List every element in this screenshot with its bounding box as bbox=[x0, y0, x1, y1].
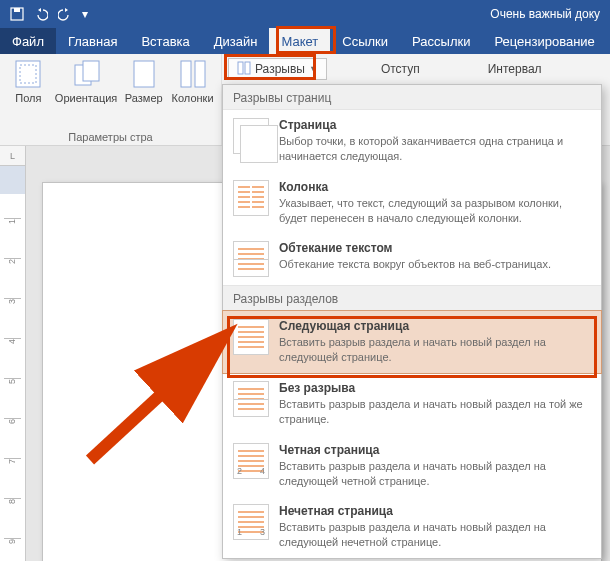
section-break-odd-page[interactable]: 13 Нечетная страница Вставить разрыв раз… bbox=[223, 496, 601, 558]
break-column[interactable]: Колонка Указывает, что текст, следующий … bbox=[223, 172, 601, 234]
tab-file[interactable]: Файл bbox=[0, 28, 56, 54]
title-bar: ▾ Очень важный докy bbox=[0, 0, 610, 28]
breaks-button[interactable]: Разрывы ▼ bbox=[228, 58, 327, 80]
page-break-icon bbox=[233, 118, 269, 154]
margins-icon bbox=[12, 58, 44, 90]
ruler-corner: L bbox=[0, 146, 26, 166]
odd-page-break-icon: 13 bbox=[233, 504, 269, 540]
breaks-dropdown: Разрывы страниц Страница Выбор точки, в … bbox=[222, 84, 602, 559]
section-break-even-page[interactable]: 24 Четная страница Вставить разрыв разде… bbox=[223, 435, 601, 497]
continuous-break-icon bbox=[233, 381, 269, 417]
next-page-break-icon bbox=[233, 319, 269, 355]
section-break-continuous[interactable]: Без разрыва Вставить разрыв раздела и на… bbox=[223, 373, 601, 435]
dd-title: Следующая страница bbox=[279, 319, 591, 333]
tab-insert[interactable]: Вставка bbox=[129, 28, 201, 54]
redo-icon[interactable] bbox=[54, 3, 76, 25]
svg-rect-8 bbox=[195, 61, 205, 87]
tab-layout[interactable]: Макет bbox=[269, 28, 330, 54]
columns-icon bbox=[177, 58, 209, 90]
undo-icon[interactable] bbox=[30, 3, 52, 25]
svg-rect-7 bbox=[181, 61, 191, 87]
svg-rect-1 bbox=[14, 8, 20, 12]
margins-button[interactable]: Поля bbox=[6, 58, 51, 104]
ritem-label: Размер bbox=[125, 92, 163, 104]
dropdown-section-page-breaks: Разрывы страниц bbox=[223, 85, 601, 110]
tab-references[interactable]: Ссылки bbox=[330, 28, 400, 54]
column-break-icon bbox=[233, 180, 269, 216]
dd-desc: Вставить разрыв раздела и начать новый р… bbox=[279, 335, 591, 365]
dd-title: Без разрыва bbox=[279, 381, 591, 395]
dd-desc: Вставить разрыв раздела и начать новый р… bbox=[279, 459, 591, 489]
vertical-ruler: 1 2 3 4 5 6 7 8 9 bbox=[0, 166, 26, 561]
breaks-label: Разрывы bbox=[255, 62, 305, 76]
break-page[interactable]: Страница Выбор точки, в которой заканчив… bbox=[223, 110, 601, 172]
dd-desc: Указывает, что текст, следующий за разры… bbox=[279, 196, 591, 226]
svg-rect-6 bbox=[134, 61, 154, 87]
save-icon[interactable] bbox=[6, 3, 28, 25]
dropdown-section-section-breaks: Разрывы разделов bbox=[223, 285, 601, 311]
ribbon-group-label: Параметры стра bbox=[6, 129, 215, 143]
qat-dropdown-icon[interactable]: ▾ bbox=[78, 3, 92, 25]
hover-indicator-icon bbox=[221, 337, 227, 347]
even-page-break-icon: 24 bbox=[233, 443, 269, 479]
dd-title: Четная страница bbox=[279, 443, 591, 457]
section-break-next-page[interactable]: Следующая страница Вставить разрыв разде… bbox=[222, 310, 602, 374]
text-wrap-break-icon bbox=[233, 241, 269, 277]
svg-rect-5 bbox=[83, 61, 99, 81]
svg-rect-10 bbox=[245, 62, 250, 74]
chevron-down-icon: ▼ bbox=[309, 64, 318, 74]
tab-home[interactable]: Главная bbox=[56, 28, 129, 54]
quick-access-toolbar: ▾ bbox=[6, 3, 92, 25]
break-text-wrap[interactable]: Обтекание текстом Обтекание текста вокру… bbox=[223, 233, 601, 285]
dd-desc: Вставить разрыв раздела и начать новый р… bbox=[279, 520, 591, 550]
ritem-label: Поля bbox=[15, 92, 41, 104]
orientation-button[interactable]: Ориентация bbox=[55, 58, 117, 104]
dd-desc: Выбор точки, в которой заканчивается одн… bbox=[279, 134, 591, 164]
dd-title: Страница bbox=[279, 118, 591, 132]
tab-review[interactable]: Рецензирование bbox=[482, 28, 606, 54]
dd-title: Колонка bbox=[279, 180, 591, 194]
ritem-label: Ориентация bbox=[55, 92, 117, 104]
dd-title: Нечетная страница bbox=[279, 504, 591, 518]
svg-rect-9 bbox=[238, 62, 243, 74]
ribbon-tabs: Файл Главная Вставка Дизайн Макет Ссылки… bbox=[0, 28, 610, 54]
dd-desc: Вставить разрыв раздела и начать новый р… bbox=[279, 397, 591, 427]
columns-button[interactable]: Колонки bbox=[170, 58, 215, 104]
ribbon-group-page-setup: Поля Ориентация Размер Колонки Параметры… bbox=[0, 54, 222, 145]
window-title: Очень важный докy bbox=[490, 7, 604, 21]
tab-design[interactable]: Дизайн bbox=[202, 28, 270, 54]
dd-title: Обтекание текстом bbox=[279, 241, 591, 255]
size-button[interactable]: Размер bbox=[121, 58, 166, 104]
orientation-icon bbox=[70, 58, 102, 90]
breaks-icon bbox=[237, 61, 251, 78]
size-icon bbox=[128, 58, 160, 90]
tab-mailings[interactable]: Рассылки bbox=[400, 28, 482, 54]
ritem-label: Колонки bbox=[172, 92, 214, 104]
dd-desc: Обтекание текста вокруг объектов на веб-… bbox=[279, 257, 591, 272]
